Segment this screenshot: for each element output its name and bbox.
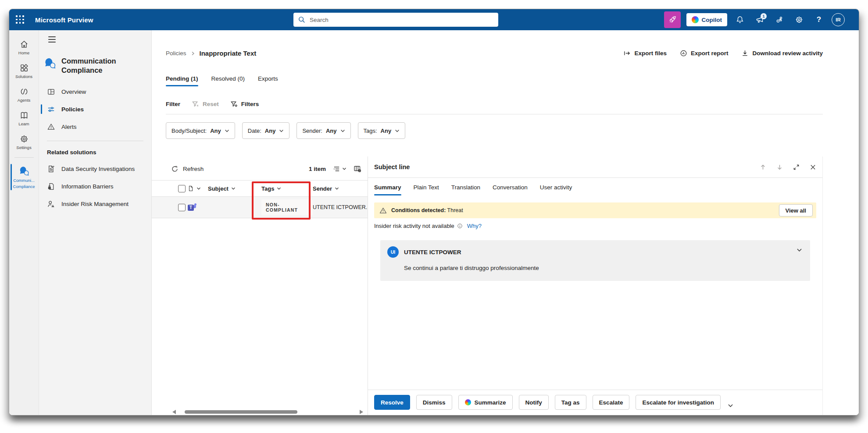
- global-search[interactable]: [293, 13, 498, 27]
- tab-user-activity[interactable]: User activity: [540, 184, 572, 195]
- settings-gear-icon[interactable]: [792, 13, 806, 27]
- download-review-activity-button[interactable]: Download review activity: [741, 50, 823, 57]
- refresh-button[interactable]: Refresh: [171, 165, 204, 173]
- column-sender[interactable]: Sender: [313, 185, 368, 192]
- help-icon[interactable]: ?: [812, 13, 826, 27]
- group-by-button[interactable]: [333, 165, 346, 173]
- column-type[interactable]: [188, 185, 208, 192]
- nav-item-alerts[interactable]: Alerts: [39, 118, 151, 135]
- search-icon: [298, 16, 306, 24]
- filters-button[interactable]: Filters: [230, 100, 259, 108]
- column-subject[interactable]: Subject: [208, 185, 261, 192]
- nav-divider: [47, 141, 143, 141]
- message-card[interactable]: UI UTENTE ICTPOWER Se continui a parlare…: [380, 240, 810, 281]
- previous-item-arrow-up-icon[interactable]: [757, 162, 768, 172]
- resolve-button[interactable]: Resolve: [374, 395, 410, 410]
- summarize-button[interactable]: Summarize: [458, 395, 513, 410]
- export-report-label: Export report: [691, 50, 729, 57]
- tab-resolved[interactable]: Resolved (0): [211, 75, 245, 86]
- scroll-left-arrow[interactable]: [172, 410, 176, 414]
- export-files-button[interactable]: Export files: [623, 50, 667, 57]
- nav-item-policies[interactable]: Policies: [39, 100, 151, 118]
- choose-columns-button[interactable]: [354, 165, 361, 173]
- notifications-bell-icon[interactable]: [733, 13, 747, 27]
- left-rail: Home Solutions: [9, 30, 39, 415]
- settings-gear-icon: [19, 134, 29, 144]
- scrollbar-thumb[interactable]: [185, 410, 297, 414]
- tab-summary[interactable]: Summary: [374, 184, 401, 195]
- rail-item-communication-compliance[interactable]: Communi... Compliance: [9, 161, 39, 193]
- table-row[interactable]: T NON-COMPLIANT UTENTE ICTPOWER...: [152, 197, 368, 218]
- agents-icon: [19, 87, 29, 96]
- tag-as-button[interactable]: Tag as: [555, 395, 586, 410]
- nav-item-information-barriers[interactable]: Information Barriers: [39, 177, 151, 195]
- copilot-button[interactable]: Copilot: [686, 13, 728, 26]
- nav-item-insider-risk-management[interactable]: Insider Risk Management: [39, 195, 151, 213]
- column-sender-label: Sender: [313, 185, 332, 192]
- rail-item-agents[interactable]: Agents: [9, 83, 39, 106]
- filter-label: Filter: [166, 101, 180, 107]
- main-content: Policies Inappropriate Text Expor: [152, 30, 859, 415]
- rail-item-solutions[interactable]: Solutions: [9, 59, 39, 83]
- page: Microsoft Purview: [0, 0, 868, 433]
- collapse-chevron-icon[interactable]: [797, 247, 802, 253]
- filter-pill-sender[interactable]: Sender: Any: [296, 122, 350, 139]
- message-body: Se continui a parlare ti distruggo profe…: [404, 265, 803, 271]
- detail-panel-header: Subject line: [368, 156, 822, 178]
- scroll-right-arrow[interactable]: [360, 410, 363, 414]
- nav-header: Communication Compliance: [39, 57, 151, 75]
- filter-pill-body-subject[interactable]: Body/Subject: Any: [166, 122, 235, 139]
- nav-item-overview[interactable]: Overview: [39, 83, 151, 100]
- alert-triangle-icon: [47, 123, 55, 131]
- dismiss-button[interactable]: Dismiss: [416, 395, 452, 410]
- panel-spacer: [374, 281, 816, 390]
- more-actions-chevron-icon[interactable]: [728, 403, 733, 408]
- nav-item-label: Data Security Investigations: [61, 166, 135, 172]
- horizontal-scrollbar[interactable]: [152, 409, 363, 415]
- app-window: Microsoft Purview: [9, 9, 859, 415]
- select-all-checkbox[interactable]: [178, 185, 186, 192]
- nav-item-label: Insider Risk Management: [61, 201, 129, 207]
- community-icon[interactable]: [772, 13, 786, 27]
- rail-divider: [14, 157, 34, 158]
- view-all-button[interactable]: View all: [779, 204, 813, 216]
- announcements-megaphone-icon[interactable]: 1: [753, 13, 767, 27]
- search-input[interactable]: [310, 17, 494, 23]
- rail-item-home[interactable]: Home: [9, 35, 39, 59]
- avatar[interactable]: IR: [832, 13, 845, 26]
- rail-item-learn[interactable]: Learn: [9, 106, 39, 130]
- row-checkbox[interactable]: [178, 204, 186, 211]
- tab-pending[interactable]: Pending (1): [166, 75, 198, 86]
- rail-item-settings[interactable]: Settings: [9, 130, 39, 154]
- column-tags[interactable]: Tags: [261, 185, 313, 192]
- export-report-button[interactable]: Export report: [680, 50, 729, 57]
- tab-translation[interactable]: Translation: [451, 184, 480, 195]
- document-sparkle-icon: [47, 165, 55, 173]
- close-icon[interactable]: [807, 162, 818, 172]
- escalate-button[interactable]: Escalate: [593, 395, 630, 410]
- filter-pill-date[interactable]: Date: Any: [242, 122, 290, 139]
- secondary-nav: Communication Compliance Overview: [39, 30, 152, 415]
- detail-panel: Subject line: [368, 156, 823, 415]
- notify-button[interactable]: Notify: [519, 395, 549, 410]
- tab-conversation[interactable]: Conversation: [493, 184, 528, 195]
- escalate-for-investigation-button[interactable]: Escalate for investigation: [636, 395, 721, 410]
- why-link[interactable]: Why?: [467, 223, 482, 229]
- filter-pill-tags[interactable]: Tags: Any: [358, 122, 406, 139]
- topbar-right-cluster: Copilot 1: [664, 9, 859, 30]
- tab-exports[interactable]: Exports: [258, 75, 278, 86]
- table-header: Subject Tags Sender: [152, 180, 368, 197]
- pill-value: Any: [326, 128, 337, 134]
- pill-value: Any: [265, 128, 276, 134]
- reset-filter-button[interactable]: Reset: [192, 100, 219, 108]
- info-icon[interactable]: [457, 223, 463, 229]
- breadcrumb-parent-link[interactable]: Policies: [166, 50, 186, 57]
- hamburger-menu-icon[interactable]: [48, 36, 56, 43]
- app-launcher-waffle-icon[interactable]: [16, 15, 25, 24]
- rocket-launch-button[interactable]: [664, 11, 681, 28]
- next-item-arrow-down-icon[interactable]: [774, 162, 785, 172]
- tab-plain-text[interactable]: Plain Text: [414, 184, 439, 195]
- expand-icon[interactable]: [791, 162, 801, 172]
- nav-item-data-security-investigations[interactable]: Data Security Investigations: [39, 160, 151, 177]
- filter-toolbar: Filter Reset: [166, 100, 823, 114]
